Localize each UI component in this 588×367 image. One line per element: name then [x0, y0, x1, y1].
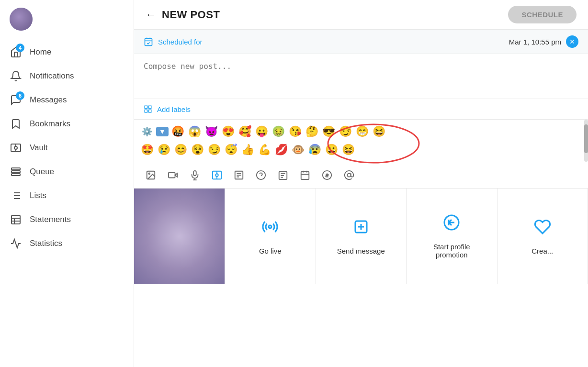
add-labels-label: Add labels — [157, 105, 191, 113]
timer-button[interactable] — [274, 166, 292, 184]
svg-rect-24 — [145, 110, 147, 112]
vault-icon — [10, 142, 22, 154]
emoji-item[interactable]: 😆 — [372, 124, 386, 139]
sidebar-item-notifications[interactable]: Notifications — [0, 64, 134, 88]
emoji-item[interactable]: 😀 — [324, 143, 339, 157]
emoji-item[interactable]: 💋 — [274, 143, 289, 157]
calendar-button[interactable] — [296, 166, 314, 184]
start-promotion-label: Start profilepromotion — [433, 243, 470, 259]
svg-point-53 — [347, 173, 351, 177]
emoji-row-1: ⚙️ ▼ 🤬 😱 👿 😍 🥰 😛 🤢 😘 🤔 😎 😏 😁 😆 — [134, 122, 588, 141]
back-button[interactable]: ← — [146, 9, 156, 21]
statements-icon — [10, 213, 22, 226]
svg-rect-22 — [149, 106, 151, 108]
emoji-item[interactable]: 😵 — [190, 143, 205, 157]
emoji-item[interactable]: 😴 — [224, 143, 238, 157]
scrollbar[interactable] — [584, 120, 588, 162]
clear-schedule-button[interactable]: ✕ — [566, 35, 578, 48]
action-cards: Go live Send message — [134, 189, 588, 284]
emoji-item[interactable]: 👿 — [204, 124, 219, 139]
emoji-item[interactable]: 😱 — [187, 124, 202, 139]
video-button[interactable] — [164, 166, 182, 184]
emoji-item[interactable]: 😎 — [321, 124, 336, 139]
emoji-item[interactable]: 🤬 — [170, 124, 185, 139]
sidebar-item-bookmarks[interactable]: Bookmarks — [0, 112, 134, 136]
dropdown-icon[interactable]: ▼ — [156, 127, 169, 136]
mic-button[interactable] — [186, 166, 204, 184]
money-button[interactable] — [318, 166, 336, 184]
emoji-item[interactable]: 😊 — [173, 143, 188, 157]
svg-rect-17 — [145, 38, 152, 45]
svg-point-1 — [14, 146, 17, 149]
mention-button[interactable] — [340, 166, 358, 184]
sidebar-item-statements[interactable]: Statements — [0, 208, 134, 232]
send-message-card[interactable]: Send message — [316, 189, 407, 284]
svg-rect-6 — [11, 174, 20, 176]
emoji-item[interactable]: 😏 — [207, 143, 222, 157]
vault-emoji-button[interactable]: 😊 Add media from vault — [173, 143, 188, 157]
emoji-item[interactable]: 👍 — [240, 143, 255, 157]
image-button[interactable] — [142, 166, 160, 184]
emoji-item[interactable]: 😍 — [221, 124, 236, 139]
add-labels-button[interactable]: Add labels — [134, 99, 588, 120]
media-toolbar — [134, 162, 588, 189]
emoji-item[interactable]: 😛 — [254, 124, 269, 139]
emoji-item[interactable]: 🐵 — [291, 143, 305, 157]
emoji-item[interactable]: 😢 — [157, 143, 171, 157]
svg-rect-21 — [145, 106, 147, 108]
emoji-item[interactable]: 🥰 — [237, 124, 252, 139]
bell-icon — [10, 70, 22, 82]
sidebar-item-home[interactable]: 4 Home — [0, 40, 134, 64]
sidebar-item-label: Queue — [30, 167, 54, 177]
emoji-item[interactable]: 😘 — [288, 124, 303, 139]
main-content: ← NEW POST SCHEDULE Scheduled for Mar 1,… — [134, 0, 588, 367]
start-promotion-card[interactable]: Start profilepromotion — [407, 189, 498, 284]
svg-point-34 — [215, 174, 218, 177]
queue-icon — [10, 166, 22, 178]
emoji-item[interactable]: 😏 — [338, 124, 353, 139]
emoji-item[interactable]: 🤢 — [271, 124, 286, 139]
content-area: Scheduled for Mar 1, 10:55 pm ✕ Add labe… — [134, 30, 588, 367]
compose-input[interactable] — [144, 62, 578, 89]
emoji-item[interactable]: 😆 — [341, 143, 356, 157]
messages-badge: 6 — [16, 91, 24, 100]
bookmark-icon — [10, 118, 22, 130]
go-live-card[interactable]: Go live — [225, 189, 316, 284]
sidebar-item-label: Home — [30, 47, 51, 57]
emoji-item[interactable]: 🤩 — [140, 143, 155, 157]
sidebar-item-vault[interactable]: Vault — [0, 136, 134, 160]
send-message-label: Send message — [337, 247, 385, 255]
messages-icon: 6 — [10, 94, 22, 106]
create-trial-card[interactable]: Crea... — [498, 189, 588, 284]
sidebar-item-label: Statistics — [30, 239, 62, 248]
sidebar-item-lists[interactable]: Lists — [0, 184, 134, 208]
go-live-icon — [261, 218, 279, 239]
svg-rect-28 — [169, 173, 175, 178]
text-button[interactable] — [230, 166, 248, 184]
svg-rect-4 — [11, 168, 20, 170]
sidebar-item-queue[interactable]: Queue — [0, 160, 134, 184]
schedule-date: Mar 1, 10:55 pm — [509, 38, 561, 46]
svg-rect-23 — [149, 110, 151, 112]
vault-button[interactable] — [208, 166, 226, 184]
help-button[interactable] — [252, 166, 270, 184]
header-left: ← NEW POST — [146, 9, 220, 21]
schedule-button[interactable]: SCHEDULE — [508, 6, 577, 23]
sidebar-item-label: Notifications — [30, 71, 74, 81]
emoji-item[interactable]: 💪 — [257, 143, 272, 157]
emoji-item[interactable]: 🤔 — [305, 124, 319, 139]
header: ← NEW POST SCHEDULE — [134, 0, 588, 30]
emoji-item[interactable]: 😰 — [307, 143, 322, 157]
scheduled-for-label: Scheduled for — [158, 38, 203, 46]
lists-icon — [10, 189, 22, 202]
sidebar-item-statistics[interactable]: Statistics — [0, 232, 134, 256]
avatar[interactable] — [10, 8, 33, 31]
sidebar-item-label: Vault — [30, 143, 48, 153]
settings-icon[interactable]: ⚙️ — [140, 125, 154, 138]
page-title: NEW POST — [162, 9, 220, 21]
emoji-item[interactable]: 😁 — [355, 124, 370, 139]
compose-area — [134, 54, 588, 99]
sidebar-item-label: Lists — [30, 191, 46, 200]
media-preview-card — [134, 189, 225, 284]
sidebar-item-messages[interactable]: 6 Messages — [0, 88, 134, 112]
